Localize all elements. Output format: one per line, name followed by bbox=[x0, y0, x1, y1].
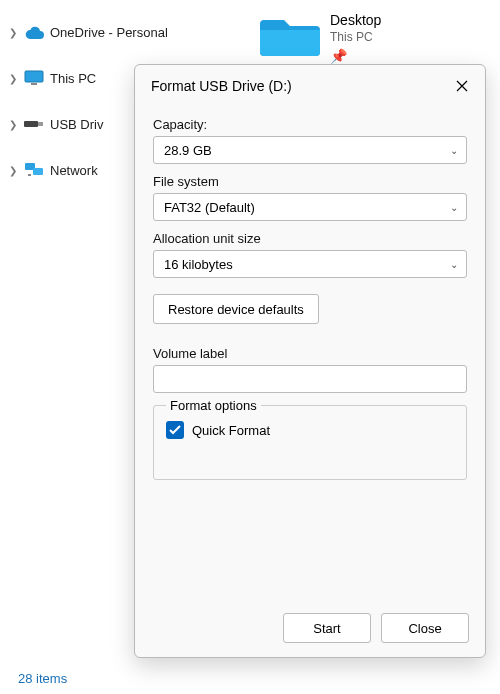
chevron-right-icon: ❯ bbox=[6, 165, 20, 176]
dialog-footer: Start Close bbox=[135, 601, 485, 657]
close-dialog-button[interactable]: Close bbox=[381, 613, 469, 643]
cloud-icon bbox=[24, 22, 44, 42]
svg-rect-1 bbox=[31, 83, 37, 85]
chevron-down-icon: ⌄ bbox=[450, 145, 458, 156]
svg-rect-5 bbox=[33, 168, 43, 175]
network-icon bbox=[24, 160, 44, 180]
allocation-combo[interactable]: 16 kilobytes ⌄ bbox=[153, 250, 467, 278]
allocation-value: 16 kilobytes bbox=[164, 257, 233, 272]
volume-label-input[interactable] bbox=[153, 365, 467, 393]
format-options-group: Format options Quick Format bbox=[153, 405, 467, 480]
close-button[interactable] bbox=[451, 75, 473, 97]
allocation-label: Allocation unit size bbox=[153, 231, 467, 246]
chevron-down-icon: ⌄ bbox=[450, 202, 458, 213]
dialog-title: Format USB Drive (D:) bbox=[151, 78, 292, 94]
svg-rect-0 bbox=[25, 71, 43, 82]
check-icon bbox=[169, 425, 181, 435]
close-icon bbox=[456, 80, 468, 92]
status-item-count: 28 items bbox=[18, 671, 67, 686]
chevron-right-icon: ❯ bbox=[6, 27, 20, 38]
folder-subtitle: This PC bbox=[330, 30, 381, 44]
usb-icon bbox=[24, 114, 44, 134]
format-dialog: Format USB Drive (D:) Capacity: 28.9 GB … bbox=[134, 64, 486, 658]
volume-label-label: Volume label bbox=[153, 346, 467, 361]
tree-item-label: OneDrive - Personal bbox=[50, 25, 168, 40]
capacity-value: 28.9 GB bbox=[164, 143, 212, 158]
restore-defaults-button[interactable]: Restore device defaults bbox=[153, 294, 319, 324]
svg-rect-2 bbox=[24, 121, 38, 127]
tree-item-onedrive[interactable]: ❯ OneDrive - Personal bbox=[0, 16, 220, 48]
folder-item-desktop[interactable]: Desktop This PC 📌 bbox=[260, 10, 381, 64]
folder-title: Desktop bbox=[330, 12, 381, 28]
filesystem-label: File system bbox=[153, 174, 467, 189]
tree-item-label: USB Driv bbox=[50, 117, 103, 132]
capacity-label: Capacity: bbox=[153, 117, 467, 132]
tree-item-label: Network bbox=[50, 163, 98, 178]
pin-icon: 📌 bbox=[330, 48, 381, 64]
folder-icon bbox=[260, 10, 320, 58]
capacity-combo[interactable]: 28.9 GB ⌄ bbox=[153, 136, 467, 164]
tree-item-label: This PC bbox=[50, 71, 96, 86]
filesystem-combo[interactable]: FAT32 (Default) ⌄ bbox=[153, 193, 467, 221]
chevron-right-icon: ❯ bbox=[6, 73, 20, 84]
quick-format-label: Quick Format bbox=[192, 423, 270, 438]
svg-rect-3 bbox=[38, 122, 43, 126]
chevron-down-icon: ⌄ bbox=[450, 259, 458, 270]
monitor-icon bbox=[24, 68, 44, 88]
chevron-right-icon: ❯ bbox=[6, 119, 20, 130]
format-options-legend: Format options bbox=[166, 398, 261, 413]
start-button[interactable]: Start bbox=[283, 613, 371, 643]
quick-format-checkbox[interactable] bbox=[166, 421, 184, 439]
dialog-titlebar: Format USB Drive (D:) bbox=[135, 65, 485, 105]
filesystem-value: FAT32 (Default) bbox=[164, 200, 255, 215]
